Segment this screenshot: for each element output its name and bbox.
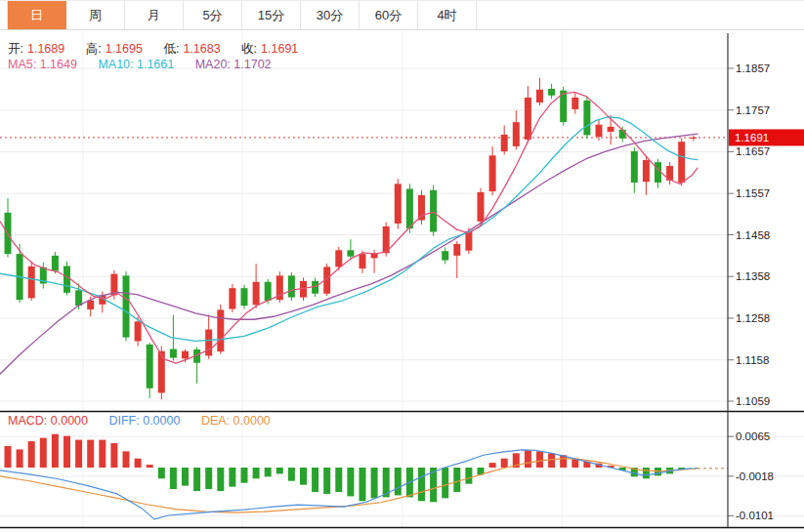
chart-app-window: 日周月5分15分30分60分4时 1.18571.17571.16571.155… [0, 0, 804, 532]
svg-text:1.1458: 1.1458 [736, 229, 770, 241]
svg-text:1.1657: 1.1657 [736, 145, 770, 157]
tab-timeframe-1[interactable]: 日 [7, 1, 66, 29]
timeframe-tabbar: 日周月5分15分30分60分4时 [0, 0, 804, 30]
svg-text:1.1857: 1.1857 [736, 62, 770, 74]
svg-text:1.1059: 1.1059 [736, 395, 770, 407]
low-label: 低: [163, 42, 179, 56]
open-label: 开: [8, 42, 23, 56]
ohlc-legend: 开:1.1689 高:1.1695 低:1.1683 收:1.1691 [8, 41, 302, 58]
macd-value-legend: MACD: 0.0000 [8, 414, 88, 428]
close-label: 收: [241, 42, 257, 56]
svg-text:0.0065: 0.0065 [736, 430, 770, 442]
svg-text:1.1757: 1.1757 [736, 104, 770, 116]
tab-timeframe-7[interactable]: 60分 [360, 1, 418, 29]
svg-text:1.1691: 1.1691 [735, 132, 769, 143]
tab-timeframe-4[interactable]: 5分 [184, 1, 242, 29]
open-value: 1.1689 [27, 42, 64, 56]
tab-timeframe-2[interactable]: 周 [66, 1, 125, 29]
close-value: 1.1691 [261, 42, 298, 56]
svg-text:-0.0018: -0.0018 [736, 471, 774, 482]
diff-value-legend: DIFF: 0.0000 [108, 414, 180, 428]
tab-timeframe-5[interactable]: 15分 [242, 1, 301, 29]
ma5-legend: MA5: 1.1649 [8, 58, 77, 71]
svg-text:1.1258: 1.1258 [736, 312, 770, 324]
svg-text:-0.0101: -0.0101 [736, 510, 774, 521]
ma-legend: MA5: 1.1649 MA10: 1.1661 MA20: 1.1702 [8, 58, 275, 71]
svg-text:1.1358: 1.1358 [736, 270, 770, 282]
ma10-legend: MA10: 1.1661 [98, 58, 174, 71]
candlestick-chart-canvas[interactable]: 1.18571.17571.16571.15571.14581.13581.12… [0, 31, 804, 532]
svg-text:1.1557: 1.1557 [736, 187, 770, 199]
low-value: 1.1683 [183, 42, 220, 56]
high-value: 1.1695 [106, 42, 143, 56]
macd-legend: MACD: 0.0000 DIFF: 0.0000 DEA: 0.0000 [8, 414, 275, 428]
ma20-legend: MA20: 1.1702 [195, 58, 272, 71]
tab-timeframe-3[interactable]: 月 [125, 1, 184, 29]
tab-timeframe-8[interactable]: 4时 [418, 1, 477, 29]
tab-timeframe-6[interactable]: 30分 [301, 1, 360, 29]
high-label: 高: [86, 42, 102, 56]
dea-value-legend: DEA: 0.0000 [201, 414, 271, 428]
svg-text:1.1158: 1.1158 [736, 354, 769, 366]
